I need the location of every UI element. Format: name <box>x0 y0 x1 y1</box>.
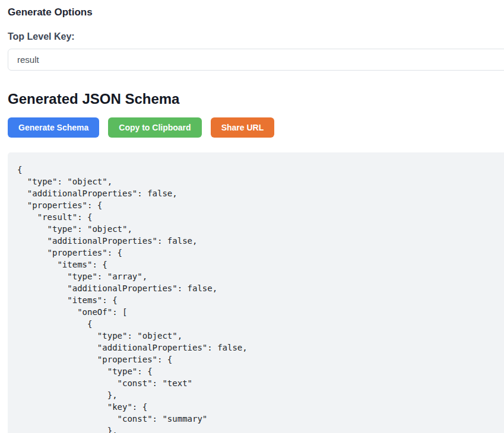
page: Generate Options Top Level Key: Generate… <box>0 6 504 433</box>
generated-json-schema-title: Generated JSON Schema <box>8 90 504 108</box>
button-row: Generate Schema Copy to Clipboard Share … <box>8 117 504 138</box>
schema-code: { "type": "object", "additionalPropertie… <box>17 164 504 433</box>
generate-options-title: Generate Options <box>8 6 504 19</box>
generate-schema-button[interactable]: Generate Schema <box>8 117 99 138</box>
schema-code-block: { "type": "object", "additionalPropertie… <box>8 152 504 433</box>
top-level-key-input[interactable] <box>8 49 504 71</box>
share-url-button[interactable]: Share URL <box>211 117 275 138</box>
copy-to-clipboard-button[interactable]: Copy to Clipboard <box>108 117 201 138</box>
top-level-key-label: Top Level Key: <box>8 31 504 42</box>
